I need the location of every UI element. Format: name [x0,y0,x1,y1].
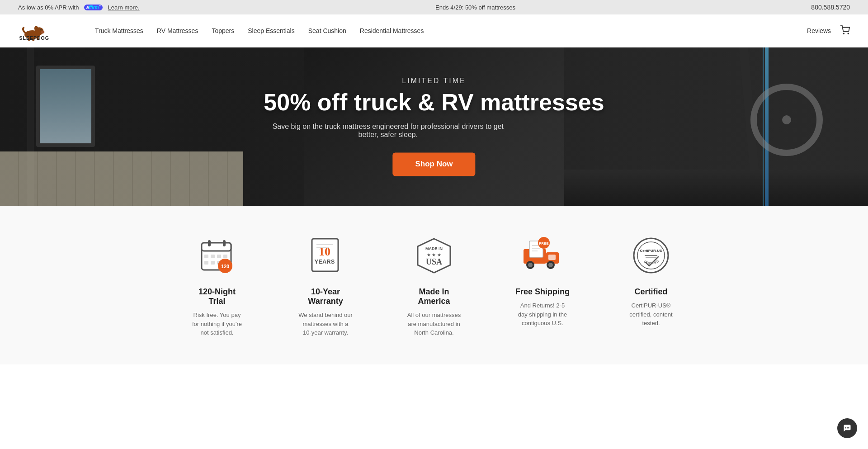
phone-number: 800.588.5720 [811,4,850,11]
nav-link-rv-mattresses[interactable]: RV Mattresses [157,27,198,34]
svg-text:YEARS: YEARS [314,258,335,265]
steering-wheel [750,84,823,156]
affirm-learn-more-link[interactable]: Learn more. [108,4,140,11]
usa-icon: MADE IN ★ ★ ★ USA [411,233,457,278]
shop-now-button[interactable]: Shop Now [392,153,475,176]
nav-item-rv-mattresses[interactable]: RV Mattresses [157,27,198,35]
svg-point-37 [528,263,533,267]
nav-link-residential-mattresses[interactable]: Residential Mattresses [360,27,424,34]
feature-trial-desc: Risk free. You pay for nothing if you're… [190,311,244,337]
svg-rect-15 [204,255,208,258]
svg-rect-16 [211,255,215,258]
feature-shipping-desc: And Returns! 2-5 day shipping in the con… [515,301,570,328]
feature-usa-desc: All of our mattresses are manufactured i… [407,311,461,337]
nav-link-seat-cushion[interactable]: Seat Cushion [308,27,346,34]
svg-text:CertiPUR-US: CertiPUR-US [640,249,662,253]
feature-certified-desc: CertiPUR-US® certified, content tested. [624,301,678,328]
svg-rect-13 [208,240,211,246]
hero-mattress [0,151,243,206]
hero-subtext: Save big on the truck mattress engineere… [264,123,512,139]
feature-shipping: FREE Free Shipping And Returns! 2-5 day … [488,233,597,337]
feature-trial-title: 120-Night Trial [190,287,244,306]
nav-item-seat-cushion[interactable]: Seat Cushion [308,27,346,35]
svg-point-10 [848,33,849,34]
feature-certified: CertiPUR-US CERTIFIED Certified CertiPUR… [597,233,705,337]
feature-trial: 120 120-Night Trial Risk free. You pay f… [163,233,271,337]
svg-text:120: 120 [221,264,229,269]
svg-point-3 [41,31,45,33]
svg-point-4 [40,29,42,31]
shipping-icon: FREE [520,233,565,278]
nav-item-residential-mattresses[interactable]: Residential Mattresses [360,27,424,35]
svg-rect-14 [223,240,226,246]
hero-banner: LIMITED TIME 50% off truck & RV mattress… [0,47,868,206]
promo-text: Ends 4/29: 50% off mattresses [435,4,515,11]
nav-item-toppers[interactable]: Toppers [212,27,234,35]
nav-links: Truck Mattresses RV Mattresses Toppers S… [95,27,807,35]
svg-rect-19 [204,261,208,265]
hero-left-panel [0,47,304,206]
svg-rect-18 [223,255,227,258]
warranty-icon: 10 YEARS [303,233,348,278]
affirm-promotion: As low as 0% APR with affirm˜ Learn more… [18,4,140,11]
feature-certified-title: Certified [634,287,667,297]
reviews-link[interactable]: Reviews [807,27,831,34]
svg-point-39 [548,263,553,267]
svg-text:USA: USA [425,257,442,266]
hero-headline: 50% off truck & RV mattresses [264,90,604,115]
nav-link-toppers[interactable]: Toppers [212,27,234,34]
sleepdog-logo: SLEEPDOG [18,20,77,42]
svg-text:★ ★ ★: ★ ★ ★ [426,252,441,257]
svg-text:MADE IN: MADE IN [425,246,443,251]
affirm-logo-badge: affirm˜ [84,5,103,10]
hero-right-panel [564,47,868,206]
svg-text:FREE: FREE [539,241,549,246]
truck-window [36,66,95,147]
feature-warranty: 10 YEARS 10-Year Warranty We stand behin… [271,233,380,337]
features-section: 120 120-Night Trial Risk free. You pay f… [0,206,868,364]
nav-link-sleep-essentials[interactable]: Sleep Essentials [248,27,295,34]
feature-shipping-title: Free Shipping [515,287,570,297]
svg-rect-20 [211,261,215,265]
affirm-prefix-text: As low as 0% APR with [18,4,79,11]
certipur-icon: CertiPUR-US CERTIFIED [628,233,674,278]
svg-rect-12 [202,243,231,251]
nav-right: Reviews [807,25,850,37]
nav-link-truck-mattresses[interactable]: Truck Mattresses [95,27,143,34]
logo-link[interactable]: SLEEPDOG [18,20,77,42]
svg-point-9 [843,33,844,34]
cart-icon[interactable] [840,25,850,37]
svg-text:SLEEPDOG: SLEEPDOG [19,35,49,41]
nav-item-sleep-essentials[interactable]: Sleep Essentials [248,27,295,35]
main-nav: SLEEPDOG Truck Mattresses RV Mattresses … [0,14,868,47]
svg-rect-35 [548,255,556,260]
feature-warranty-desc: We stand behind our mattresses with a 10… [298,311,353,337]
nav-item-truck-mattresses[interactable]: Truck Mattresses [95,27,143,35]
announcement-bar: As low as 0% APR with affirm˜ Learn more… [0,0,868,14]
feature-usa: MADE IN ★ ★ ★ USA Made In America All of… [380,233,488,337]
hero-eyebrow: LIMITED TIME [264,77,604,85]
feature-usa-title: Made In America [407,287,461,306]
feature-warranty-title: 10-Year Warranty [298,287,353,306]
hero-content: LIMITED TIME 50% off truck & RV mattress… [264,77,604,176]
trial-icon: 120 [194,233,240,278]
svg-rect-17 [217,255,221,258]
